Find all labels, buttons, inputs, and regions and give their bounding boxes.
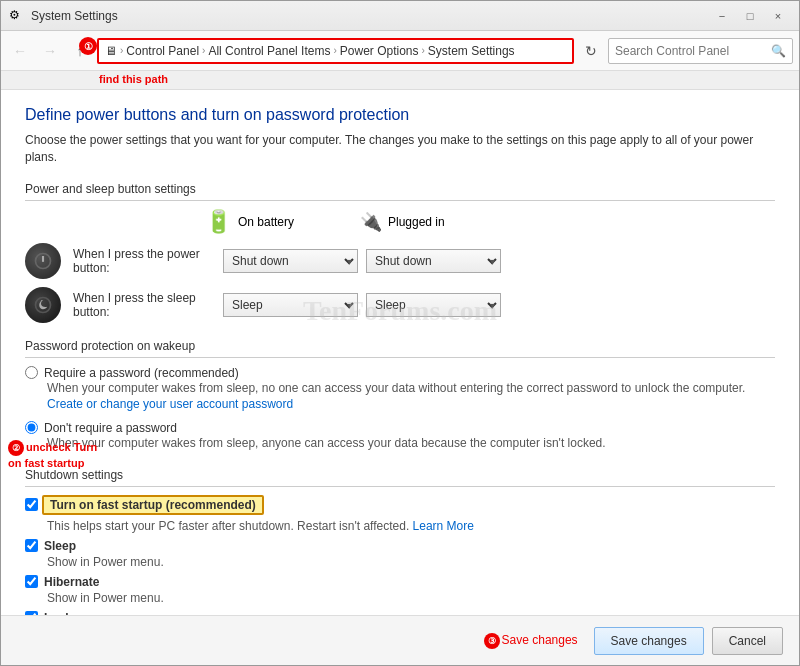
fast-startup-checkbox[interactable] xyxy=(25,498,38,511)
refresh-button[interactable]: ↻ xyxy=(578,38,604,64)
breadcrumb-bar[interactable]: 🖥 › Control Panel › All Control Panel It… xyxy=(97,38,574,64)
search-box: 🔍 xyxy=(608,38,793,64)
breadcrumb-control-panel: Control Panel xyxy=(126,44,199,58)
breadcrumb-power-options: Power Options xyxy=(340,44,419,58)
hibernate-checkbox[interactable] xyxy=(25,575,38,588)
sleep-battery-select[interactable]: Do nothing Sleep Hibernate Shut down Tur… xyxy=(223,293,358,317)
password-section-header: Password protection on wakeup xyxy=(25,339,775,358)
minimize-button[interactable]: − xyxy=(709,5,735,27)
shutdown-section-header: Shutdown settings xyxy=(25,468,775,487)
hibernate-row: Hibernate xyxy=(25,575,775,589)
hibernate-desc: Show in Power menu. xyxy=(47,591,775,605)
no-password-label: Don't require a password xyxy=(25,421,775,435)
no-password-radio[interactable] xyxy=(25,421,38,434)
page-title: Define power buttons and turn on passwor… xyxy=(25,106,775,124)
table-row: When I press the sleep button: Do nothin… xyxy=(25,287,775,323)
power-button-icon xyxy=(25,243,61,279)
close-button[interactable]: × xyxy=(765,5,791,27)
find-path-annotation: find this path xyxy=(1,71,799,90)
save-changes-hint: ③Shutdown settingsSave changes xyxy=(17,633,586,649)
table-headers: 🔋 On battery 🔌 Plugged in xyxy=(25,209,775,235)
sleep-button-icon xyxy=(25,287,61,323)
power-settings-table: 🔋 On battery 🔌 Plugged in When I press t… xyxy=(25,209,775,323)
require-password-desc: When your computer wakes from sleep, no … xyxy=(47,380,775,414)
search-icon[interactable]: 🔍 xyxy=(771,44,786,58)
battery-icon: 🔋 xyxy=(205,209,232,235)
table-row: When I press the power button: Do nothin… xyxy=(25,243,775,279)
lock-checkbox[interactable] xyxy=(25,611,38,615)
sleep-plugged-select[interactable]: Do nothing Sleep Hibernate Shut down Tur… xyxy=(366,293,501,317)
search-input[interactable] xyxy=(615,44,771,58)
password-section: Password protection on wakeup Require a … xyxy=(25,339,775,452)
sleep-row: Sleep xyxy=(25,539,775,553)
plugged-header: 🔌 Plugged in xyxy=(360,211,515,233)
power-battery-select-wrapper: Do nothing Sleep Hibernate Shut down Tur… xyxy=(223,249,358,273)
no-password-option: Don't require a password When your compu… xyxy=(25,421,775,452)
power-plugged-select-wrapper: Do nothing Sleep Hibernate Shut down Tur… xyxy=(366,249,501,273)
battery-header: 🔋 On battery xyxy=(205,209,360,235)
window-title: System Settings xyxy=(31,9,709,23)
shutdown-section: Shutdown settings Turn on fast startup (… xyxy=(25,468,775,615)
maximize-button[interactable]: □ xyxy=(737,5,763,27)
window-icon: ⚙ xyxy=(9,8,25,24)
sleep-button-label: When I press the sleep button: xyxy=(73,291,223,319)
annotation-circle-1: ① xyxy=(79,37,97,55)
require-password-option: Require a password (recommended) When yo… xyxy=(25,366,775,414)
window-controls: − □ × xyxy=(709,5,791,27)
fast-startup-row: Turn on fast startup (recommended) xyxy=(25,495,775,515)
no-password-desc: When your computer wakes from sleep, any… xyxy=(47,435,775,452)
breadcrumb-all-items: All Control Panel Items xyxy=(208,44,330,58)
breadcrumb-system-settings: System Settings xyxy=(428,44,515,58)
power-plugged-select[interactable]: Do nothing Sleep Hibernate Shut down Tur… xyxy=(366,249,501,273)
footer: ③Shutdown settingsSave changes Save chan… xyxy=(1,615,799,665)
svg-point-2 xyxy=(36,297,51,312)
forward-button[interactable]: → xyxy=(37,38,63,64)
breadcrumb-item: 🖥 xyxy=(105,44,117,58)
main-content: TenForums.com Define power buttons and t… xyxy=(1,90,799,615)
power-button-label: When I press the power button: xyxy=(73,247,223,275)
sleep-plugged-select-wrapper: Do nothing Sleep Hibernate Shut down Tur… xyxy=(366,293,501,317)
address-bar: ← → ↑ ① 🖥 › Control Panel › All Control … xyxy=(1,31,799,71)
page-description: Choose the power settings that you want … xyxy=(25,132,775,166)
fast-startup-label: Turn on fast startup (recommended) xyxy=(42,495,264,515)
lock-row: Lock xyxy=(25,611,775,615)
back-button[interactable]: ← xyxy=(7,38,33,64)
power-battery-select[interactable]: Do nothing Sleep Hibernate Shut down Tur… xyxy=(223,249,358,273)
sleep-battery-select-wrapper: Do nothing Sleep Hibernate Shut down Tur… xyxy=(223,293,358,317)
sleep-checkbox[interactable] xyxy=(25,539,38,552)
sleep-desc: Show in Power menu. xyxy=(47,555,775,569)
change-password-link[interactable]: Create or change your user account passw… xyxy=(47,397,293,411)
learn-more-link[interactable]: Learn More xyxy=(413,519,474,533)
require-password-radio[interactable] xyxy=(25,366,38,379)
require-password-label: Require a password (recommended) xyxy=(25,366,775,380)
cancel-button[interactable]: Cancel xyxy=(712,627,783,655)
power-section-header: Power and sleep button settings xyxy=(25,182,775,201)
save-changes-button[interactable]: Save changes xyxy=(594,627,704,655)
fast-startup-desc: This helps start your PC faster after sh… xyxy=(47,519,775,533)
system-settings-window: ⚙ System Settings − □ × ← → ↑ ① 🖥 › Cont… xyxy=(0,0,800,666)
plug-icon: 🔌 xyxy=(360,211,382,233)
title-bar: ⚙ System Settings − □ × xyxy=(1,1,799,31)
